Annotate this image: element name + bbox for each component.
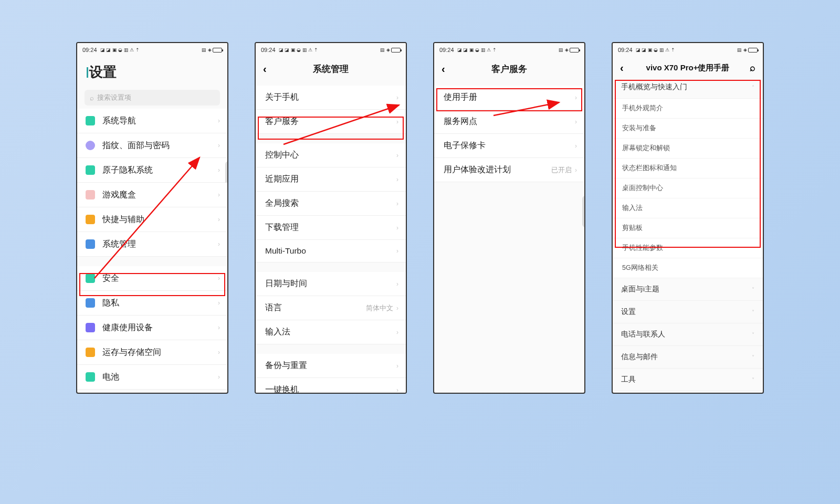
chevron-right-icon: › <box>396 94 398 101</box>
section-settings[interactable]: 设置˅ <box>613 301 763 323</box>
chevron-right-icon: › <box>218 324 220 331</box>
status-right-icons: ▤ ◈ <box>380 48 390 52</box>
row-system-navigation[interactable]: 系统导航› <box>77 109 227 133</box>
back-button[interactable]: ‹ <box>263 63 267 75</box>
row-value: 已开启 <box>551 165 572 175</box>
sub-install[interactable]: 安装与准备 <box>613 119 763 139</box>
row-uxp[interactable]: 用户体验改进计划已开启› <box>434 158 584 182</box>
battery-icon <box>213 48 222 52</box>
page-title: 系统管理 <box>313 63 349 75</box>
title-bar: 设置 <box>77 56 227 87</box>
chevron-right-icon: › <box>218 191 220 198</box>
sub-ime[interactable]: 输入法 <box>613 198 763 218</box>
chevron-right-icon: › <box>396 176 398 183</box>
chevron-up-icon: ˄ <box>752 85 754 90</box>
status-right-icons: ▤ ◈ <box>737 48 747 52</box>
chevron-down-icon: ˅ <box>752 309 754 315</box>
chevron-right-icon: › <box>396 362 398 370</box>
section-overview[interactable]: 手机概览与快速入门˄ <box>613 76 763 99</box>
status-bar: 09:24◪ ◪ ▣ ◒ ▥ ⚠ ⇡ ▤ ◈ <box>613 43 763 56</box>
search-placeholder: 搜索设置项 <box>97 93 131 102</box>
back-button[interactable]: ‹ <box>442 63 445 75</box>
section-phone-contacts[interactable]: 电话与联系人˅ <box>613 323 763 346</box>
chevron-right-icon: › <box>575 142 577 150</box>
battery-icon <box>748 48 758 52</box>
sub-clipboard[interactable]: 剪贴板 <box>613 218 763 238</box>
chevron-right-icon: › <box>218 299 220 307</box>
sub-5g[interactable]: 5G网络相关 <box>613 258 763 278</box>
row-warranty-card[interactable]: 电子保修卡› <box>434 134 584 158</box>
service-list[interactable]: 使用手册› 服务网点› 电子保修卡› 用户体验改进计划已开启› <box>434 80 584 393</box>
status-bar: 09:24◪ ◪ ▣ ◒ ▥ ⚠ ⇡ ▤ ◈ <box>434 43 584 56</box>
chevron-right-icon: › <box>218 240 220 248</box>
status-time: 09:24 <box>439 47 454 53</box>
row-recent-apps[interactable]: 近期应用› <box>256 167 406 192</box>
scroll-indicator <box>582 196 584 227</box>
status-time: 09:24 <box>82 47 97 53</box>
sub-appearance[interactable]: 手机外观简介 <box>613 99 763 119</box>
row-privacy-system[interactable]: 原子隐私系统› <box>77 158 227 183</box>
chevron-right-icon: › <box>396 329 398 336</box>
row-privacy[interactable]: 隐私› <box>77 291 227 316</box>
row-shortcuts[interactable]: 快捷与辅助› <box>77 207 227 232</box>
battery-icon <box>391 48 401 52</box>
status-tray-icons: ◪ ◪ ▣ ◒ ▥ ⚠ ⇡ <box>100 48 140 52</box>
chevron-right-icon: › <box>396 118 398 125</box>
row-date-time[interactable]: 日期与时间› <box>256 272 406 296</box>
row-download-manager[interactable]: 下载管理› <box>256 216 406 240</box>
row-backup-reset[interactable]: 备份与重置› <box>256 354 406 378</box>
screen-system-management: 09:24◪ ◪ ▣ ◒ ▥ ⚠ ⇡ ▤ ◈ ‹ 系统管理 关于手机› 客户服务… <box>255 42 407 394</box>
chevron-right-icon: › <box>396 304 398 312</box>
chevron-right-icon: › <box>218 117 220 124</box>
chevron-right-icon: › <box>218 216 220 223</box>
row-customer-service[interactable]: 客户服务› <box>256 110 406 134</box>
section-desktop-theme[interactable]: 桌面与i主题˅ <box>613 278 763 301</box>
section-tools[interactable]: 工具˅ <box>613 369 763 391</box>
status-time: 09:24 <box>261 47 276 53</box>
row-global-search[interactable]: 全局搜索› <box>256 192 406 216</box>
row-system-management[interactable]: 系统管理› <box>77 232 227 257</box>
section-multimedia[interactable]: 多媒体˅ <box>613 391 763 393</box>
screen-settings: 09:24◪ ◪ ▣ ◒ ▥ ⚠ ⇡ ▤ ◈ 设置 ⌕ 搜索设置项 系统导航› … <box>76 42 228 394</box>
row-storage[interactable]: 运存与存储空间› <box>77 340 227 365</box>
page-title: 客户服务 <box>491 63 527 75</box>
row-about-phone[interactable]: 关于手机› <box>256 86 406 110</box>
system-list[interactable]: 关于手机› 客户服务› 控制中心› 近期应用› 全局搜索› 下载管理› Mult… <box>256 80 406 393</box>
chevron-right-icon: › <box>218 275 220 282</box>
settings-list[interactable]: 系统导航› 指纹、面部与密码› 原子隐私系统› 游戏魔盒› 快捷与辅助› 系统管… <box>77 109 227 393</box>
chevron-right-icon: › <box>575 118 577 125</box>
back-button[interactable]: ‹ <box>620 62 624 74</box>
sub-lock[interactable]: 屏幕锁定和解锁 <box>613 139 763 159</box>
status-tray-icons: ◪ ◪ ▣ ◒ ▥ ⚠ ⇡ <box>636 48 675 52</box>
sub-specs[interactable]: 手机性能参数 <box>613 238 763 258</box>
row-language[interactable]: 语言简体中文› <box>256 296 406 320</box>
row-ime[interactable]: 输入法› <box>256 320 406 344</box>
chevron-right-icon: › <box>218 373 220 381</box>
sub-statusbar[interactable]: 状态栏图标和通知 <box>613 159 763 178</box>
search-icon[interactable]: ⌕ <box>750 62 755 74</box>
row-battery[interactable]: 电池› <box>77 365 227 390</box>
row-multi-turbo[interactable]: Multi-Turbo› <box>256 240 406 262</box>
row-user-manual[interactable]: 使用手册› <box>434 86 584 110</box>
chevron-down-icon: ˅ <box>752 287 754 292</box>
chevron-right-icon: › <box>396 280 398 288</box>
row-security[interactable]: 安全› <box>77 266 227 291</box>
chevron-right-icon: › <box>218 142 220 149</box>
row-control-center[interactable]: 控制中心› <box>256 143 406 167</box>
status-time: 09:24 <box>618 47 633 53</box>
title-bar: ‹ 系统管理 <box>256 56 406 80</box>
status-right-icons: ▤ ◈ <box>559 48 569 52</box>
title-bar: ‹ vivo X70 Pro+使用手册 ⌕ <box>613 56 763 76</box>
manual-list[interactable]: 手机概览与快速入门˄ 手机外观简介 安装与准备 屏幕锁定和解锁 状态栏图标和通知… <box>613 76 763 393</box>
section-overview-items: 手机外观简介 安装与准备 屏幕锁定和解锁 状态栏图标和通知 桌面控制中心 输入法… <box>613 99 763 278</box>
search-input[interactable]: ⌕ 搜索设置项 <box>85 90 220 106</box>
row-fingerprint[interactable]: 指纹、面部与密码› <box>77 133 227 158</box>
row-service-points[interactable]: 服务网点› <box>434 110 584 134</box>
row-digital-wellbeing[interactable]: 健康使用设备› <box>77 316 227 340</box>
sub-control-center[interactable]: 桌面控制中心 <box>613 178 763 198</box>
section-messages-mail[interactable]: 信息与邮件˅ <box>613 346 763 369</box>
row-game-box[interactable]: 游戏魔盒› <box>77 183 227 207</box>
row-phone-clone[interactable]: 一键换机› <box>256 378 406 393</box>
page-title: vivo X70 Pro+使用手册 <box>646 63 730 73</box>
tutorial-stage: 09:24◪ ◪ ▣ ◒ ▥ ⚠ ⇡ ▤ ◈ 设置 ⌕ 搜索设置项 系统导航› … <box>0 0 840 436</box>
